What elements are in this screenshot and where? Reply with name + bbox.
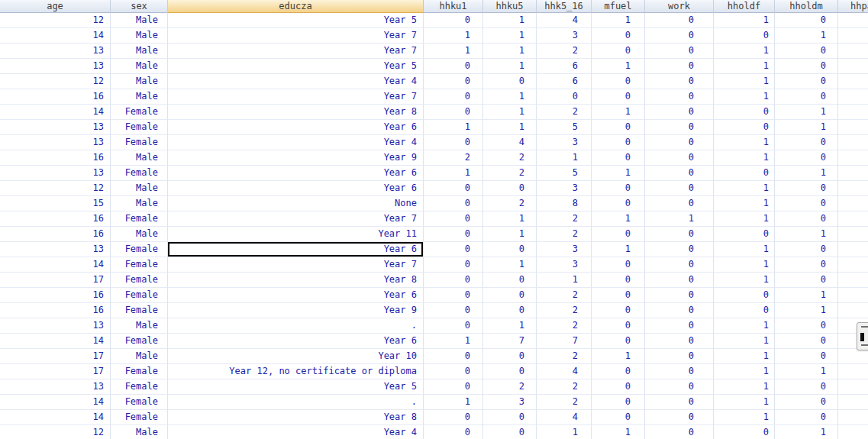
cell-hhk5_16[interactable]: 2 [537, 288, 592, 303]
cell-work[interactable]: 0 [645, 395, 714, 410]
cell-sex[interactable]: Female [111, 288, 168, 303]
cell-hholdf[interactable]: 0 [714, 227, 775, 242]
cell-hhku1[interactable]: 0 [424, 181, 483, 196]
cell-hhku1[interactable]: 1 [424, 334, 483, 349]
cell-hhku1[interactable]: 0 [424, 74, 483, 89]
cell-hhku5[interactable]: 1 [483, 13, 537, 28]
cell-work[interactable]: 0 [645, 135, 714, 150]
cell-work[interactable]: 0 [645, 242, 714, 257]
cell-sex[interactable]: Male [111, 150, 168, 166]
cell-hholdf[interactable]: 1 [714, 44, 775, 59]
cell-hhku1[interactable]: 1 [424, 166, 483, 181]
cell-age[interactable]: 16 [0, 89, 111, 105]
cell-hholdf[interactable]: 1 [714, 257, 775, 273]
cell-hhk5_16[interactable]: 4 [537, 364, 592, 379]
cell-hhku5[interactable]: 0 [483, 364, 537, 379]
cell-hholdf[interactable]: 1 [714, 211, 775, 227]
cell-sex[interactable]: Male [111, 44, 168, 59]
cell-hhpa[interactable] [838, 425, 868, 439]
cell-hhku1[interactable]: 0 [424, 379, 483, 395]
cell-mfuel[interactable]: 1 [592, 59, 645, 74]
cell-age[interactable]: 14 [0, 334, 111, 349]
cell-age[interactable]: 16 [0, 303, 111, 318]
cell-mfuel[interactable]: 0 [592, 135, 645, 150]
cell-hhku1[interactable]: 0 [424, 364, 483, 379]
cell-hhku5[interactable]: 1 [483, 59, 537, 74]
cell-work[interactable]: 0 [645, 257, 714, 273]
cell-hholdm[interactable]: 0 [775, 196, 838, 211]
cell-mfuel[interactable]: 0 [592, 196, 645, 211]
cell-hholdm[interactable]: 0 [775, 349, 838, 364]
cell-work[interactable]: 0 [645, 425, 714, 439]
cell-educza[interactable]: Year 6 [168, 166, 424, 181]
cell-mfuel[interactable]: 0 [592, 28, 645, 44]
cell-sex[interactable]: Female [111, 303, 168, 318]
cell-hhku5[interactable]: 1 [483, 89, 537, 105]
cell-hholdm[interactable]: 0 [775, 273, 838, 288]
cell-hhku1[interactable]: 0 [424, 242, 483, 257]
cell-hhku1[interactable]: 0 [424, 211, 483, 227]
cell-work[interactable]: 0 [645, 59, 714, 74]
cell-hholdm[interactable]: 0 [775, 242, 838, 257]
cell-hhpa[interactable] [838, 242, 868, 257]
cell-hholdf[interactable]: 1 [714, 181, 775, 196]
cell-hholdf[interactable]: 1 [714, 196, 775, 211]
cell-hhku1[interactable]: 0 [424, 257, 483, 273]
cell-hholdm[interactable]: 1 [775, 288, 838, 303]
cell-age[interactable]: 13 [0, 59, 111, 74]
cell-hhpa[interactable] [838, 74, 868, 89]
cell-hhku1[interactable]: 0 [424, 196, 483, 211]
cell-work[interactable]: 0 [645, 13, 714, 28]
cell-mfuel[interactable]: 0 [592, 288, 645, 303]
cell-hholdm[interactable]: 1 [775, 120, 838, 135]
cell-sex[interactable]: Female [111, 135, 168, 150]
cell-age[interactable]: 17 [0, 364, 111, 379]
cell-educza[interactable]: Year 5 [168, 13, 424, 28]
cell-hhku1[interactable]: 0 [424, 13, 483, 28]
cell-hholdf[interactable]: 1 [714, 242, 775, 257]
cell-hhku5[interactable]: 4 [483, 135, 537, 150]
cell-hhku1[interactable]: 1 [424, 28, 483, 44]
cell-mfuel[interactable]: 0 [592, 303, 645, 318]
column-header-hhku1[interactable]: hhku1 [424, 0, 483, 13]
cell-mfuel[interactable]: 0 [592, 120, 645, 135]
cell-hhku5[interactable]: 1 [483, 257, 537, 273]
cell-hhku1[interactable]: 0 [424, 105, 483, 120]
cell-hhku1[interactable]: 0 [424, 303, 483, 318]
column-header-educza[interactable]: educza [168, 0, 424, 13]
cell-hholdf[interactable]: 1 [714, 349, 775, 364]
cell-hholdm[interactable]: 0 [775, 379, 838, 395]
cell-hhku1[interactable]: 2 [424, 150, 483, 166]
cell-age[interactable]: 13 [0, 166, 111, 181]
cell-hhku1[interactable]: 0 [424, 288, 483, 303]
cell-age[interactable]: 14 [0, 410, 111, 425]
cell-mfuel[interactable]: 1 [592, 166, 645, 181]
cell-hhku5[interactable]: 0 [483, 425, 537, 439]
cell-hhpa[interactable] [838, 166, 868, 181]
cell-work[interactable]: 0 [645, 196, 714, 211]
cell-hholdm[interactable]: 1 [775, 303, 838, 318]
cell-hhk5_16[interactable]: 2 [537, 379, 592, 395]
cell-educza[interactable]: Year 8 [168, 410, 424, 425]
cell-hhpa[interactable] [838, 349, 868, 364]
cell-hholdf[interactable]: 1 [714, 334, 775, 349]
cell-hholdf[interactable]: 0 [714, 120, 775, 135]
column-header-hhk5_16[interactable]: hhk5_16 [537, 0, 592, 13]
cell-mfuel[interactable]: 0 [592, 227, 645, 242]
cell-hholdm[interactable]: 0 [775, 59, 838, 74]
cell-educza[interactable]: Year 6 [168, 120, 424, 135]
cell-educza[interactable]: . [168, 318, 424, 334]
cell-hhku1[interactable]: 1 [424, 44, 483, 59]
scroll-indicator-popup[interactable] [857, 322, 868, 350]
cell-sex[interactable]: Female [111, 273, 168, 288]
cell-sex[interactable]: Male [111, 349, 168, 364]
cell-educza[interactable]: None [168, 196, 424, 211]
cell-sex[interactable]: Male [111, 196, 168, 211]
cell-hhk5_16[interactable]: 0 [537, 89, 592, 105]
cell-work[interactable]: 0 [645, 379, 714, 395]
cell-mfuel[interactable]: 1 [592, 105, 645, 120]
cell-work[interactable]: 0 [645, 334, 714, 349]
cell-sex[interactable]: Male [111, 425, 168, 439]
cell-sex[interactable]: Female [111, 257, 168, 273]
cell-age[interactable]: 14 [0, 28, 111, 44]
